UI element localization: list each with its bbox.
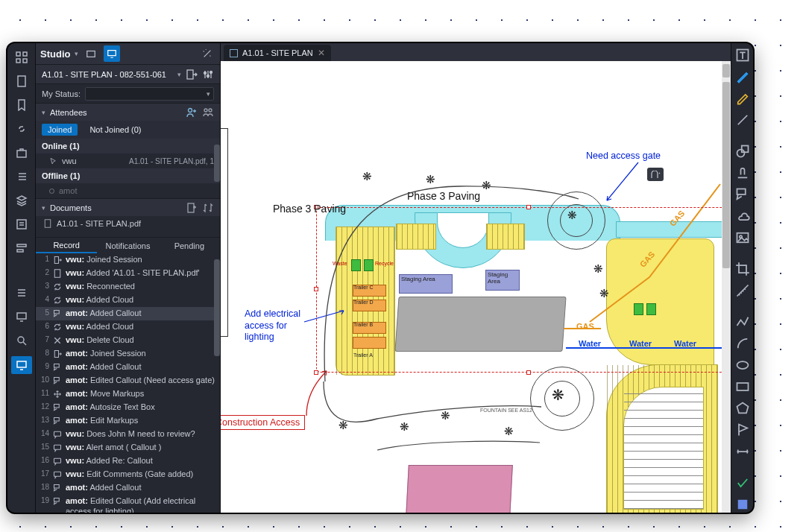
activity-feed[interactable]: 1vwu: Joined Session2vwu: Added 'A1.01 -… xyxy=(36,253,220,513)
sort-icon[interactable] xyxy=(202,202,214,214)
feed-row[interactable]: 3vwu: Reconnected xyxy=(36,280,220,294)
feed-row[interactable]: 14vwu: Does John M need to review? xyxy=(36,428,220,441)
chat-icon xyxy=(52,429,63,440)
tree-icon: ❋ xyxy=(552,386,564,404)
feed-row[interactable]: 19amot: Edited Callout (Add electrical a… xyxy=(36,495,220,513)
wand-icon[interactable] xyxy=(199,45,215,62)
session-icon[interactable] xyxy=(104,45,120,62)
scroll-thumb[interactable] xyxy=(722,82,730,268)
feed-row[interactable]: 2vwu: Added 'A1.01 - SITE PLAN.pdf' xyxy=(36,267,220,280)
leave-icon[interactable] xyxy=(186,69,198,80)
color-picker-icon[interactable] xyxy=(735,497,750,512)
callout-icon[interactable] xyxy=(735,187,750,202)
document-row[interactable]: A1.01 - SITE PLAN.pdf xyxy=(36,216,220,231)
pen-tool-icon[interactable] xyxy=(735,69,750,84)
attendee-doc: A1.01 - SITE PLAN.pdf, 1 xyxy=(129,157,214,165)
feed-user: vwu: xyxy=(66,456,84,465)
flag-icon[interactable] xyxy=(735,422,750,437)
feed-scrollbar[interactable] xyxy=(214,259,220,356)
attendees-header[interactable]: ▾ Attendees xyxy=(36,103,220,121)
folder-icon[interactable] xyxy=(83,45,99,62)
tab-not-joined[interactable]: Not Joined (0) xyxy=(84,124,147,136)
count-icon[interactable] xyxy=(735,475,750,490)
bookmark-icon[interactable] xyxy=(13,97,30,113)
feed-row[interactable]: 4vwu: Added Cloud xyxy=(36,294,220,307)
form-icon[interactable] xyxy=(13,216,30,232)
attendee-row[interactable]: vwu A1.01 - SITE PLAN.pdf, 1 xyxy=(36,153,220,168)
feed-row[interactable]: 18amot: Added Callout xyxy=(36,481,220,495)
dimension-icon[interactable] xyxy=(735,444,750,459)
shapes-icon[interactable] xyxy=(735,144,750,159)
feed-row[interactable]: 11amot: Move Markups xyxy=(36,387,220,401)
tab-record[interactable]: Record xyxy=(36,238,97,253)
attendee-row[interactable]: amot xyxy=(36,183,220,198)
highlighter-icon[interactable] xyxy=(735,91,750,106)
polyline-icon[interactable] xyxy=(735,314,750,329)
feed-row[interactable]: 12amot: Autosize Text Box xyxy=(36,401,220,414)
polygon-icon[interactable] xyxy=(735,401,750,416)
add-doc-icon[interactable] xyxy=(186,202,198,214)
chevron-down-icon[interactable]: ▾ xyxy=(75,50,78,57)
tab-notifications[interactable]: Notifications xyxy=(97,238,158,253)
layers-icon[interactable] xyxy=(13,192,30,209)
links-icon[interactable] xyxy=(13,121,30,137)
stamp-icon[interactable] xyxy=(735,165,750,180)
settings-icon[interactable] xyxy=(202,69,214,80)
handle[interactable] xyxy=(526,205,531,209)
feed-row[interactable]: 6vwu: Added Cloud xyxy=(36,320,220,334)
studio-icon[interactable] xyxy=(11,356,32,374)
feed-row[interactable]: 10amot: Edited Callout (Need access gate… xyxy=(36,374,220,387)
canvas[interactable]: ❋ ❋ Trailer C xyxy=(221,61,731,513)
feed-row[interactable]: 8amot: Joined Session xyxy=(36,347,220,361)
search-icon[interactable] xyxy=(13,332,30,349)
align-icon[interactable] xyxy=(13,240,30,256)
documents-header[interactable]: ▾ Documents xyxy=(36,198,220,216)
callout-construction[interactable]: Construction Access xyxy=(221,415,305,430)
feed-row[interactable]: 1vwu: Joined Session xyxy=(36,253,220,267)
invite-icon[interactable] xyxy=(186,107,198,118)
trailer-label: Trailer C xyxy=(353,285,374,290)
handle[interactable] xyxy=(314,287,318,291)
line-tool-icon[interactable] xyxy=(735,113,750,127)
status-select[interactable]: ▾ xyxy=(85,87,214,101)
feed-row[interactable]: 5amot: Added Callout xyxy=(36,307,220,320)
feed-row[interactable]: 15vwu: Alert amot ( Callout ) xyxy=(36,441,220,455)
callout-electrical[interactable]: Add electrical access for lighting xyxy=(245,308,300,343)
properties-icon[interactable] xyxy=(13,285,30,301)
feed-row[interactable]: 9amot: Added Callout xyxy=(36,361,220,374)
close-icon[interactable]: ✕ xyxy=(318,48,325,58)
feed-row[interactable]: 7vwu: Delete Cloud xyxy=(36,334,220,347)
feed-row[interactable]: 13amot: Edit Markups xyxy=(36,414,220,428)
scroll-up-icon[interactable] xyxy=(722,64,730,77)
callout-gate[interactable]: Need access gate xyxy=(586,151,661,161)
monitor-icon[interactable] xyxy=(13,308,30,325)
list-icon[interactable] xyxy=(13,168,30,185)
chevron-down-icon[interactable]: ▾ xyxy=(177,71,181,78)
grid-icon[interactable] xyxy=(13,49,30,66)
crop-icon[interactable] xyxy=(735,262,750,276)
feed-user: vwu: xyxy=(66,268,84,277)
rect-icon[interactable] xyxy=(735,379,750,394)
staging-area: Staging Area xyxy=(485,270,520,291)
case-icon[interactable] xyxy=(13,145,30,161)
feed-row[interactable]: 16vwu: Added Re: Callout xyxy=(36,455,220,468)
measure-icon[interactable] xyxy=(735,283,750,298)
page-icon[interactable] xyxy=(13,73,30,89)
manage-icon[interactable] xyxy=(202,107,214,118)
project-row[interactable]: A1.01 - SITE PLAN - 082-551-061 ▾ xyxy=(36,64,220,83)
tab-label: A1.01 - SITE PLAN xyxy=(242,48,313,57)
documents-label: Documents xyxy=(50,203,181,212)
text-tool-icon[interactable] xyxy=(735,48,750,63)
tab-pending[interactable]: Pending xyxy=(159,238,220,253)
tab-joined[interactable]: Joined xyxy=(42,124,78,136)
feed-row[interactable]: 17vwu: Edit Comments (Gate added) xyxy=(36,468,220,481)
doc-tab[interactable]: A1.01 - SITE PLAN ✕ xyxy=(224,45,331,61)
feed-message: Joined Session xyxy=(86,255,142,264)
vertical-scrollbar[interactable] xyxy=(722,61,731,513)
cloud-icon[interactable] xyxy=(735,209,750,224)
image-icon[interactable] xyxy=(735,230,750,245)
ellipse-icon[interactable] xyxy=(735,358,750,373)
panel-scrollbar[interactable] xyxy=(214,145,220,182)
arc-icon[interactable] xyxy=(735,336,750,351)
handle[interactable] xyxy=(526,370,531,375)
